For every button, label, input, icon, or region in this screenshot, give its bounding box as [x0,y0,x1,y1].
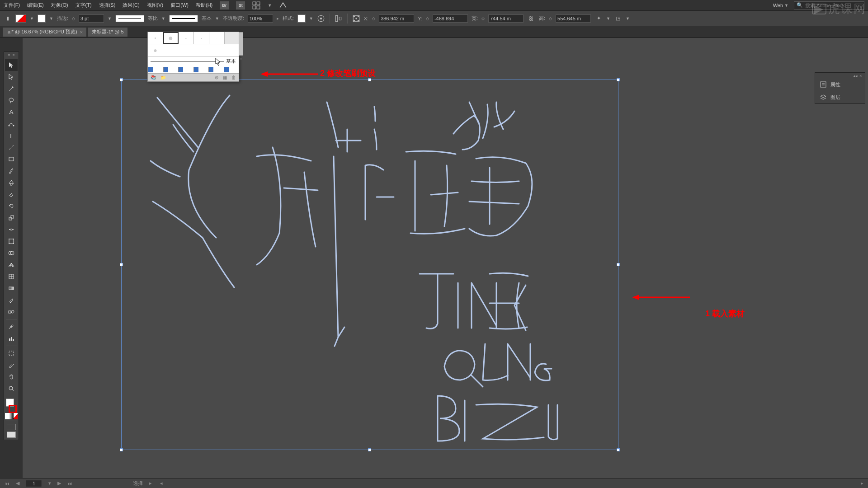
menu-text[interactable]: 文字(T) [75,2,92,9]
line-tool[interactable] [5,141,18,153]
zoom-tool[interactable] [5,383,18,394]
layers-panel[interactable]: 图层 [815,91,865,103]
svg-point-27 [9,239,9,239]
brush-remove-icon[interactable]: ⊘ [215,75,218,80]
brush-definition[interactable] [169,15,198,22]
mesh-tool[interactable] [5,271,18,282]
gradient-tool[interactable] [5,282,18,294]
brush-size-slider[interactable] [151,61,224,62]
stroke-weight-input[interactable] [79,14,104,23]
menu-select[interactable]: 选择(S) [99,2,116,9]
brush-preset-2[interactable]: • [179,32,194,44]
color-mode-row[interactable] [5,413,18,419]
brush-preset-0[interactable]: • [148,32,163,44]
hand-tool[interactable] [5,371,18,383]
recolor-icon[interactable] [317,14,325,23]
lasso-tool[interactable] [5,94,18,106]
brush-preset-panel[interactable]: ≡ • ● • • · ● 基本 📚 📁 ⊘ ▦ 🗑 [147,32,239,82]
menu-help[interactable]: 帮助(H) [196,2,212,9]
height-input[interactable] [556,14,591,23]
brush-preset-3[interactable]: • [194,32,209,44]
document-tab-1[interactable]: 未标题-1* @ 5 [88,28,127,37]
width-tool[interactable] [5,224,18,235]
type-tool[interactable]: T [5,130,18,141]
x-input[interactable] [379,14,414,23]
shaper-tool[interactable] [5,177,18,188]
arrange-icon[interactable] [252,1,260,9]
brush-folder-icon[interactable]: 📁 [160,75,166,80]
menu-view[interactable]: 视图(V) [147,2,164,9]
align-icon[interactable] [335,14,343,23]
y-input[interactable] [433,14,468,23]
bridge-icon[interactable]: Br [220,1,229,9]
scroll-left-icon[interactable]: ◂ [160,480,163,486]
canvas-area[interactable] [23,38,868,478]
gpu-icon[interactable] [279,1,287,9]
eraser-tool[interactable] [5,188,18,200]
scale-tool[interactable] [5,212,18,224]
scroll-right-icon[interactable]: ▸ [861,480,863,486]
panel-menu-icon[interactable]: ≡ [239,57,243,61]
paintbrush-tool[interactable] [5,165,18,177]
direct-selection-tool[interactable] [5,71,18,83]
shape-icon[interactable]: ✦ [594,14,603,23]
status-menu-icon[interactable]: ▸ [149,480,152,486]
stock-icon[interactable]: St [236,1,245,9]
rotate-tool[interactable] [5,200,18,212]
free-transform-tool[interactable] [5,235,18,247]
brush-lib-icon[interactable]: 📚 [151,75,156,80]
brush-preset-5[interactable]: ● [148,44,163,56]
brush-delete-icon[interactable]: 🗑 [231,75,236,80]
fill-swatch[interactable] [15,14,26,23]
workspace-switcher[interactable]: Web ▼ [773,3,788,8]
menu-window[interactable]: 窗口(W) [170,2,189,9]
stroke-color[interactable] [9,405,17,413]
curvature-tool[interactable] [5,118,18,130]
menu-object[interactable]: 对象(O) [51,2,68,9]
column-graph-tool[interactable] [5,333,18,344]
width-profile[interactable] [115,15,144,22]
screen-mode-normal[interactable] [7,424,16,430]
transform-ref-icon[interactable] [352,14,360,23]
slice-tool[interactable] [5,359,18,371]
rectangle-tool[interactable] [5,153,18,165]
stroke-swatch[interactable] [38,14,46,23]
close-icon[interactable]: × [859,74,863,77]
menu-file[interactable]: 文件(F) [4,2,20,9]
eyedropper-tool[interactable] [5,294,18,306]
brush-preset-4[interactable]: · [209,32,225,44]
artboard-nav-input[interactable] [26,480,42,487]
fill-stroke-indicator[interactable] [5,399,18,413]
shape-builder-tool[interactable] [5,247,18,259]
width-input[interactable] [488,14,524,23]
blend-tool[interactable] [5,306,18,318]
menu-edit[interactable]: 编辑(E) [27,2,44,9]
symbol-sprayer-tool[interactable] [5,321,18,333]
collapse-icon[interactable]: ◂◂ [853,74,857,77]
nav-first-icon[interactable]: ⏮ [5,481,9,486]
brush-preset-1[interactable]: ● [163,32,179,44]
perspective-grid-tool[interactable] [5,259,18,271]
artboard-tool[interactable] [5,347,18,359]
properties-panel[interactable]: 属性 [815,78,865,91]
link-wh-icon[interactable]: ⛓ [527,14,535,23]
document-tab-0[interactable]: .ai* @ 16.67% (RGB/GPU 预览) × [3,28,86,37]
chevron-down-icon[interactable]: ▾ [48,480,51,486]
brush-new-icon[interactable]: ▦ [223,75,227,80]
selection-tool[interactable] [5,59,18,71]
control-bar: ▮ ▼ ▼ 描边: ◇ ▼ 等比▼ 基本▼ 不透明度: ▸ 样式: ▼ X: ◇… [0,11,868,26]
menu-effect[interactable]: 效果(C) [123,2,139,9]
pen-tool[interactable] [5,106,18,118]
isolate-icon[interactable]: ◳ [614,14,622,23]
nav-last-icon[interactable]: ⏭ [67,481,72,486]
search-input[interactable] [805,3,859,8]
scrollbar[interactable] [239,32,243,56]
screen-mode-full[interactable] [7,432,16,438]
close-icon[interactable]: × [80,29,83,35]
nav-prev-icon[interactable]: ◀ [16,480,19,486]
magic-wand-tool[interactable] [5,83,18,94]
opacity-input[interactable] [248,14,273,23]
style-swatch[interactable] [297,14,306,23]
search-box[interactable]: 🔍 [794,1,864,9]
nav-next-icon[interactable]: ▶ [57,480,61,486]
